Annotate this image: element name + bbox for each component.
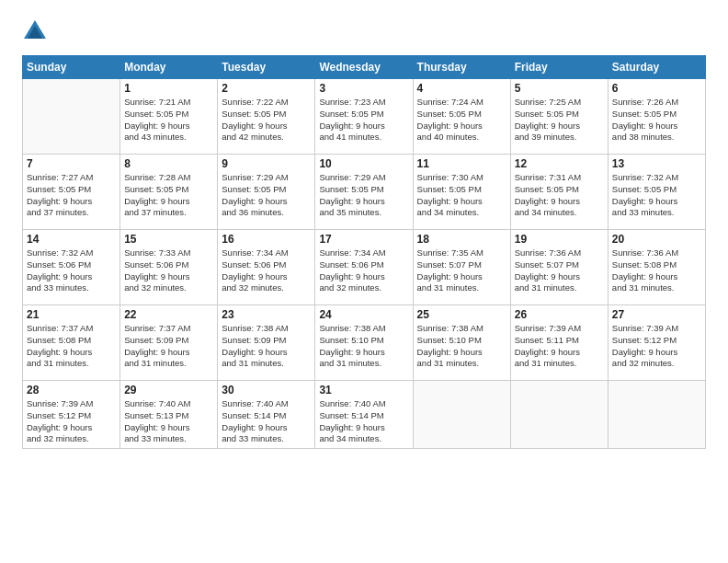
page: SundayMondayTuesdayWednesdayThursdayFrid… [0, 0, 728, 563]
day-info: Sunrise: 7:36 AM Sunset: 5:07 PM Dayligh… [515, 247, 604, 294]
day-info: Sunrise: 7:40 AM Sunset: 5:13 PM Dayligh… [124, 398, 213, 445]
day-info: Sunrise: 7:32 AM Sunset: 5:06 PM Dayligh… [27, 247, 116, 294]
day-number: 20 [612, 233, 701, 246]
calendar-cell: 23Sunrise: 7:38 AM Sunset: 5:09 PM Dayli… [218, 305, 315, 381]
day-info: Sunrise: 7:37 AM Sunset: 5:09 PM Dayligh… [124, 323, 213, 370]
calendar-cell: 26Sunrise: 7:39 AM Sunset: 5:11 PM Dayli… [510, 305, 608, 381]
calendar-cell: 30Sunrise: 7:40 AM Sunset: 5:14 PM Dayli… [218, 381, 315, 449]
calendar-cell [510, 381, 608, 449]
day-number: 13 [612, 157, 701, 170]
calendar-week-3: 21Sunrise: 7:37 AM Sunset: 5:08 PM Dayli… [23, 305, 706, 381]
day-number: 21 [27, 308, 116, 321]
day-header-friday: Friday [510, 56, 608, 79]
day-number: 7 [27, 157, 116, 170]
day-header-wednesday: Wednesday [315, 56, 413, 79]
calendar-cell: 16Sunrise: 7:34 AM Sunset: 5:06 PM Dayli… [218, 230, 315, 305]
calendar-table: SundayMondayTuesdayWednesdayThursdayFrid… [22, 55, 706, 449]
calendar-cell [23, 79, 120, 155]
day-number: 23 [222, 308, 311, 321]
day-info: Sunrise: 7:39 AM Sunset: 5:12 PM Dayligh… [27, 398, 116, 445]
day-info: Sunrise: 7:26 AM Sunset: 5:05 PM Dayligh… [612, 97, 701, 144]
day-info: Sunrise: 7:28 AM Sunset: 5:05 PM Dayligh… [124, 172, 213, 219]
calendar-cell: 4Sunrise: 7:24 AM Sunset: 5:05 PM Daylig… [413, 79, 510, 155]
day-number: 14 [27, 233, 116, 246]
calendar-cell: 10Sunrise: 7:29 AM Sunset: 5:05 PM Dayli… [315, 155, 413, 230]
day-number: 1 [124, 82, 213, 95]
day-info: Sunrise: 7:40 AM Sunset: 5:14 PM Dayligh… [319, 398, 408, 445]
calendar-cell: 24Sunrise: 7:38 AM Sunset: 5:10 PM Dayli… [315, 305, 413, 381]
calendar-cell: 5Sunrise: 7:25 AM Sunset: 5:05 PM Daylig… [510, 79, 608, 155]
day-info: Sunrise: 7:22 AM Sunset: 5:05 PM Dayligh… [222, 97, 311, 144]
calendar-week-2: 14Sunrise: 7:32 AM Sunset: 5:06 PM Dayli… [23, 230, 706, 305]
day-info: Sunrise: 7:39 AM Sunset: 5:11 PM Dayligh… [515, 323, 604, 370]
calendar-cell: 2Sunrise: 7:22 AM Sunset: 5:05 PM Daylig… [218, 79, 315, 155]
day-info: Sunrise: 7:38 AM Sunset: 5:10 PM Dayligh… [319, 323, 408, 370]
calendar-cell: 9Sunrise: 7:29 AM Sunset: 5:05 PM Daylig… [218, 155, 315, 230]
day-header-sunday: Sunday [23, 56, 120, 79]
calendar-cell: 25Sunrise: 7:38 AM Sunset: 5:10 PM Dayli… [413, 305, 510, 381]
calendar-cell: 31Sunrise: 7:40 AM Sunset: 5:14 PM Dayli… [315, 381, 413, 449]
day-info: Sunrise: 7:27 AM Sunset: 5:05 PM Dayligh… [27, 172, 116, 219]
calendar-body: 1Sunrise: 7:21 AM Sunset: 5:05 PM Daylig… [23, 79, 706, 449]
calendar-cell: 13Sunrise: 7:32 AM Sunset: 5:05 PM Dayli… [608, 155, 705, 230]
day-number: 15 [124, 233, 213, 246]
day-info: Sunrise: 7:40 AM Sunset: 5:14 PM Dayligh… [222, 398, 311, 445]
day-number: 10 [319, 157, 408, 170]
calendar-cell: 6Sunrise: 7:26 AM Sunset: 5:05 PM Daylig… [608, 79, 705, 155]
day-header-monday: Monday [120, 56, 218, 79]
day-number: 26 [515, 308, 604, 321]
day-info: Sunrise: 7:35 AM Sunset: 5:07 PM Dayligh… [417, 247, 506, 294]
day-info: Sunrise: 7:30 AM Sunset: 5:05 PM Dayligh… [417, 172, 506, 219]
day-number: 2 [222, 82, 311, 95]
calendar-cell: 22Sunrise: 7:37 AM Sunset: 5:09 PM Dayli… [120, 305, 218, 381]
day-number: 17 [319, 233, 408, 246]
calendar-cell: 17Sunrise: 7:34 AM Sunset: 5:06 PM Dayli… [315, 230, 413, 305]
day-info: Sunrise: 7:34 AM Sunset: 5:06 PM Dayligh… [222, 247, 311, 294]
day-number: 5 [515, 82, 604, 95]
day-header-saturday: Saturday [608, 56, 705, 79]
day-number: 25 [417, 308, 506, 321]
day-number: 19 [515, 233, 604, 246]
day-number: 28 [27, 384, 116, 396]
day-number: 12 [515, 157, 604, 170]
calendar-cell: 15Sunrise: 7:33 AM Sunset: 5:06 PM Dayli… [120, 230, 218, 305]
calendar-cell [413, 381, 510, 449]
logo [22, 18, 51, 44]
day-info: Sunrise: 7:39 AM Sunset: 5:12 PM Dayligh… [612, 323, 701, 370]
day-number: 6 [612, 82, 701, 95]
day-info: Sunrise: 7:33 AM Sunset: 5:06 PM Dayligh… [124, 247, 213, 294]
header [22, 18, 706, 44]
day-info: Sunrise: 7:21 AM Sunset: 5:05 PM Dayligh… [124, 97, 213, 144]
day-info: Sunrise: 7:38 AM Sunset: 5:10 PM Dayligh… [417, 323, 506, 370]
calendar-cell: 20Sunrise: 7:36 AM Sunset: 5:08 PM Dayli… [608, 230, 705, 305]
logo-icon [22, 18, 48, 44]
day-info: Sunrise: 7:34 AM Sunset: 5:06 PM Dayligh… [319, 247, 408, 294]
calendar-cell: 28Sunrise: 7:39 AM Sunset: 5:12 PM Dayli… [23, 381, 120, 449]
calendar-cell [608, 381, 705, 449]
day-number: 4 [417, 82, 506, 95]
calendar-cell: 12Sunrise: 7:31 AM Sunset: 5:05 PM Dayli… [510, 155, 608, 230]
day-info: Sunrise: 7:24 AM Sunset: 5:05 PM Dayligh… [417, 97, 506, 144]
day-header-thursday: Thursday [413, 56, 510, 79]
day-info: Sunrise: 7:29 AM Sunset: 5:05 PM Dayligh… [222, 172, 311, 219]
calendar-week-4: 28Sunrise: 7:39 AM Sunset: 5:12 PM Dayli… [23, 381, 706, 449]
day-number: 9 [222, 157, 311, 170]
calendar-cell: 11Sunrise: 7:30 AM Sunset: 5:05 PM Dayli… [413, 155, 510, 230]
day-info: Sunrise: 7:31 AM Sunset: 5:05 PM Dayligh… [515, 172, 604, 219]
day-number: 18 [417, 233, 506, 246]
day-number: 8 [124, 157, 213, 170]
day-number: 27 [612, 308, 701, 321]
calendar-cell: 3Sunrise: 7:23 AM Sunset: 5:05 PM Daylig… [315, 79, 413, 155]
day-number: 29 [124, 384, 213, 396]
day-number: 30 [222, 384, 311, 396]
day-info: Sunrise: 7:32 AM Sunset: 5:05 PM Dayligh… [612, 172, 701, 219]
calendar-cell: 1Sunrise: 7:21 AM Sunset: 5:05 PM Daylig… [120, 79, 218, 155]
day-number: 11 [417, 157, 506, 170]
calendar-cell: 19Sunrise: 7:36 AM Sunset: 5:07 PM Dayli… [510, 230, 608, 305]
day-number: 22 [124, 308, 213, 321]
calendar-cell: 18Sunrise: 7:35 AM Sunset: 5:07 PM Dayli… [413, 230, 510, 305]
header-row: SundayMondayTuesdayWednesdayThursdayFrid… [23, 56, 706, 79]
day-info: Sunrise: 7:37 AM Sunset: 5:08 PM Dayligh… [27, 323, 116, 370]
day-header-tuesday: Tuesday [218, 56, 315, 79]
day-number: 31 [319, 384, 408, 396]
